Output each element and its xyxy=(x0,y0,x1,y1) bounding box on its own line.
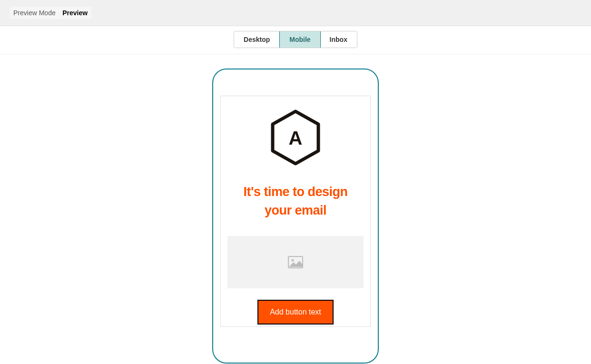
svg-point-3 xyxy=(292,259,294,262)
header-bar: Preview Mode Preview xyxy=(0,0,591,26)
breadcrumb-value: Preview xyxy=(62,9,88,17)
hexagon-logo-icon: A xyxy=(271,109,320,166)
tab-desktop[interactable]: Desktop xyxy=(234,31,280,48)
logo-hexagon: A xyxy=(227,109,364,166)
image-placeholder-icon xyxy=(288,256,303,268)
mobile-device-frame: A It's time to design your email Add but… xyxy=(212,69,379,364)
tab-mobile[interactable]: Mobile xyxy=(279,31,320,48)
svg-text:A: A xyxy=(289,128,303,148)
preview-area: A It's time to design your email Add but… xyxy=(0,54,591,364)
tab-inbox[interactable]: Inbox xyxy=(320,31,357,48)
email-preview: A It's time to design your email Add but… xyxy=(220,96,371,327)
email-heading: It's time to design your email xyxy=(227,183,364,220)
preview-tabs: Desktop Mobile Inbox xyxy=(234,31,357,48)
breadcrumb: Preview Mode Preview xyxy=(10,7,91,19)
breadcrumb-label: Preview Mode xyxy=(13,9,56,17)
image-placeholder xyxy=(227,236,364,288)
tabs-bar: Desktop Mobile Inbox xyxy=(0,26,591,54)
cta-button[interactable]: Add button text xyxy=(257,300,334,325)
